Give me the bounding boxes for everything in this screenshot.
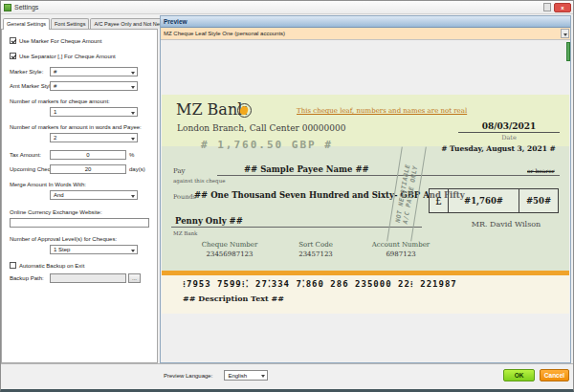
upcoming-cheques-row: Upcoming Cheques: 20 day(s) [10, 164, 151, 174]
ok-button[interactable]: OK [503, 369, 535, 381]
num-markers-select[interactable]: 1 [50, 107, 138, 117]
preview-language-label: Preview Language: [164, 373, 212, 379]
crossing-text-block: NOT NEGOTIABLE A/C PAYEE ONLY [382, 148, 431, 240]
payee-name: ## Sample Payee Name ## [244, 164, 369, 174]
preview-scrollbar-thumb[interactable] [566, 42, 570, 61]
account-number-col: Account Number 6987123 [348, 241, 453, 258]
amt-marker-style-value: # [54, 83, 56, 89]
cheque-style-select[interactable]: MZ Cheque Leaf Style One (personal accou… [161, 28, 570, 40]
chevron-down-icon [131, 195, 135, 198]
preview-language-value: English [228, 373, 247, 379]
approval-combo-row: 1 Step [10, 245, 151, 254]
amount-box-main: #1,760# [449, 189, 519, 212]
auto-backup-label: Automatic Backup on Exit [19, 263, 84, 269]
account-number-label: Account Number [348, 241, 453, 249]
bank-name: MZ Bank [176, 100, 247, 119]
date-value: 08/03/2021 [458, 121, 560, 131]
preview-panel: Preview MZ Cheque Leaf Style One (person… [160, 15, 571, 363]
preview-panel-header: Preview [161, 16, 570, 28]
num-markers-label-row: Number of markers for cheque amount: [10, 98, 151, 104]
cheque-style-value: MZ Cheque Leaf Style One (personal accou… [164, 31, 285, 36]
app-icon [4, 4, 11, 11]
help-icon[interactable] [543, 3, 551, 11]
pounds-label: Pounds [173, 193, 196, 201]
num-markers-value: 1 [54, 109, 56, 115]
marker-style-value: # [54, 69, 56, 75]
bottom-bar: Preview Language: English OK Cancel [1, 363, 573, 386]
upcoming-suffix-label: day(s) [129, 166, 145, 172]
marker-style-select[interactable]: # [50, 67, 138, 76]
approval-label-row: Number of Approval Level(s) for Cheques: [10, 236, 151, 242]
upcoming-cheques-label: Upcoming Cheques: [10, 166, 50, 172]
browse-button[interactable]: ... [128, 273, 141, 283]
merge-words-label-row: Merge Amount In Words With: [10, 182, 151, 187]
tab-font-settings[interactable]: Font Settings [51, 18, 89, 29]
num-markers-combo-row: 1 [10, 107, 151, 117]
num-markers-words-label-row: Number of markers for amount in words an… [10, 124, 151, 130]
use-separator-checkbox[interactable] [10, 53, 16, 59]
chevron-down-icon [131, 138, 135, 141]
tax-amount-row: Tax Amount: 0 % [10, 150, 151, 160]
num-markers-words-label: Number of markers for amount in words an… [10, 124, 142, 130]
use-marker-label: Use Marker For Cheque Amount [19, 38, 101, 44]
preview-language-select[interactable]: English [224, 370, 268, 381]
currency-website-label: Online Currency Exchange Website: [10, 209, 102, 215]
currency-symbol: £ [430, 189, 449, 212]
window-title: Settings [14, 4, 543, 11]
upcoming-cheques-input[interactable]: 20 [50, 164, 126, 174]
cancel-button[interactable]: Cancel [540, 369, 569, 381]
merge-words-label: Merge Amount In Words With: [10, 182, 86, 187]
bank-logo-icon [237, 103, 252, 118]
approval-level-select[interactable]: 1 Step [50, 245, 138, 254]
chevron-down-icon [131, 112, 135, 115]
backup-path-row: Backup Path: ... [10, 273, 151, 283]
num-markers-words-select[interactable]: 2 [50, 133, 138, 142]
signatory-name: MR. David Wilson [449, 220, 563, 229]
date-in-words: # Tuesday, August 3, 2021 # [437, 144, 560, 153]
approval-level-label: Number of Approval Level(s) for Cheques: [10, 236, 117, 242]
tax-amount-input[interactable]: 0 [50, 150, 126, 160]
settings-dialog: Settings x General Settings Font Setting… [0, 0, 574, 392]
date-label: Date [458, 134, 560, 142]
preview-body: MZ Bank This cheque leaf, numbers and na… [161, 40, 570, 362]
backup-path-label: Backup Path: [10, 275, 50, 281]
chevron-down-icon [131, 86, 135, 89]
merge-words-select[interactable]: And [50, 190, 138, 200]
main-area: General Settings Font Settings A/C Payee… [1, 14, 573, 363]
approval-level-value: 1 Step [54, 247, 70, 252]
amt-marker-style-row: Amt Marker Style: # [10, 81, 151, 91]
amt-marker-style-label: Amt Marker Style: [10, 83, 50, 89]
settings-panel: General Settings Font Settings A/C Payee… [1, 14, 158, 363]
chevron-down-icon[interactable] [561, 29, 569, 38]
currency-website-input[interactable] [10, 218, 149, 228]
micr-line: ⁞7953 7599⁞⁚ 27⁚334 7⁚860 286 235000 22⁞… [183, 279, 457, 289]
use-marker-checkbox[interactable] [10, 37, 16, 44]
date-underline [458, 132, 560, 133]
marker-style-label: Marker Style: [10, 69, 50, 75]
auto-backup-checkbox[interactable] [10, 262, 16, 269]
amt-marker-style-select[interactable]: # [50, 81, 138, 91]
marker-style-row: Marker Style: # [10, 67, 151, 76]
num-markers-words-value: 2 [54, 135, 56, 141]
use-separator-label: Use Separator [,] For Cheque Amount [19, 54, 116, 59]
close-icon[interactable]: x [554, 3, 571, 12]
disclaimer-text: This cheque leaf, numbers and names are … [297, 107, 467, 115]
amount-box-cents: #50# [519, 189, 558, 212]
account-number-value: 6987123 [348, 250, 453, 258]
tab-general-settings[interactable]: General Settings [3, 18, 50, 30]
amount-dot-matrix: # 1,760.50 GBP # [201, 139, 333, 151]
auto-backup-row: Automatic Backup on Exit [10, 262, 151, 269]
backup-path-input[interactable] [50, 273, 126, 283]
against-cheque-label: against this cheque [173, 178, 225, 184]
chevron-down-icon [131, 72, 135, 75]
merge-words-combo-row: And [10, 190, 151, 200]
num-markers-label: Number of markers for cheque amount: [10, 98, 110, 104]
currency-website-label-row: Online Currency Exchange Website: [10, 209, 151, 215]
tab-strip: General Settings Font Settings A/C Payee… [1, 14, 158, 29]
use-separator-row: Use Separator [,] For Cheque Amount [10, 53, 151, 59]
title-bar: Settings x [1, 1, 573, 14]
tax-amount-label: Tax Amount: [10, 152, 50, 158]
cheque-preview: MZ Bank This cheque leaf, numbers and na… [162, 95, 569, 314]
chevron-down-icon [261, 375, 265, 378]
use-marker-row: Use Marker For Cheque Amount [10, 37, 151, 44]
